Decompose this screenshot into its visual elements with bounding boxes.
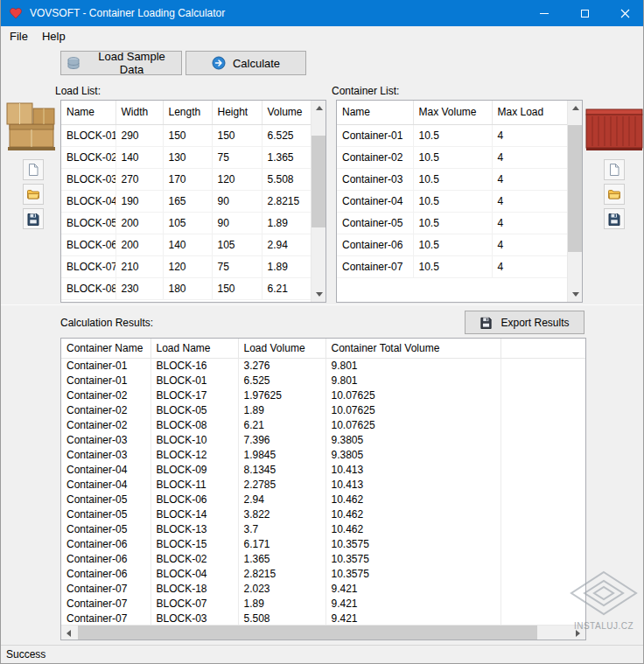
table-row[interactable]: Container-07BLOCK-071.899.421 <box>61 596 585 611</box>
table-row[interactable]: Container-01BLOCK-163.2769.801 <box>61 358 585 373</box>
load-open-button[interactable] <box>23 184 44 205</box>
menu-help[interactable]: Help <box>35 27 73 45</box>
table-row[interactable]: Container-05BLOCK-133.710.462 <box>61 521 585 536</box>
cell: 3.276 <box>238 358 326 373</box>
column-header[interactable]: Name <box>61 101 116 124</box>
cell: Container-02 <box>337 146 413 168</box>
arrow-right-circle-icon <box>212 56 226 70</box>
table-row[interactable]: BLOCK-04190165902.8215 <box>61 190 311 212</box>
table-row[interactable]: Container-0310.54 <box>337 168 567 190</box>
cell: 2.2785 <box>238 477 326 492</box>
calculate-label: Calculate <box>233 57 280 70</box>
cell: BLOCK-08 <box>61 277 116 299</box>
column-header[interactable]: Max Volume <box>413 101 492 124</box>
cell <box>500 373 585 388</box>
column-header[interactable]: Load Name <box>150 339 238 358</box>
column-header[interactable]: Container Name <box>61 339 150 358</box>
scroll-up-arrow[interactable] <box>312 101 326 115</box>
table-row[interactable]: Container-05BLOCK-062.9410.462 <box>61 492 585 507</box>
cell: 10.3575 <box>326 536 500 551</box>
column-header[interactable]: Container Total Volume <box>326 339 500 358</box>
scroll-up-arrow[interactable] <box>568 101 583 115</box>
load-save-button[interactable] <box>23 208 44 229</box>
table-row[interactable]: Container-0110.54 <box>337 124 567 146</box>
cell: BLOCK-07 <box>150 596 238 611</box>
table-row[interactable]: Container-07BLOCK-182.0239.421 <box>61 581 585 596</box>
maximize-button[interactable] <box>564 0 605 26</box>
table-row[interactable]: BLOCK-07210120751.89 <box>61 255 311 277</box>
minimize-button[interactable] <box>524 0 564 26</box>
results-horizontal-scrollbar[interactable] <box>61 625 585 640</box>
table-row[interactable]: Container-06BLOCK-042.821510.3575 <box>61 566 585 581</box>
cell: 9.421 <box>326 581 500 596</box>
table-row[interactable]: Container-0710.54 <box>337 255 567 277</box>
table-row[interactable]: Container-07BLOCK-035.5089.421 <box>61 611 585 626</box>
cell: 1.89 <box>262 255 311 277</box>
cell: 1.365 <box>262 146 311 168</box>
menu-file[interactable]: File <box>3 27 35 45</box>
table-row[interactable]: Container-05BLOCK-143.82210.462 <box>61 507 585 521</box>
cell: 105 <box>212 234 262 255</box>
column-header[interactable]: Name <box>337 101 413 124</box>
scroll-right-arrow[interactable] <box>570 626 585 640</box>
column-header[interactable]: Width <box>116 101 163 124</box>
close-button[interactable] <box>605 0 644 26</box>
table-row[interactable]: Container-0510.54 <box>337 212 567 234</box>
table-row[interactable]: Container-03BLOCK-121.98459.3805 <box>61 447 585 462</box>
table-row[interactable]: Container-0210.54 <box>337 146 567 168</box>
table-row[interactable]: Container-02BLOCK-051.8910.07625 <box>61 402 585 417</box>
header-row: NameWidthLengthHeightVolume <box>61 101 311 124</box>
load-sample-data-button[interactable]: Load Sample Data <box>60 51 182 75</box>
open-folder-icon <box>607 187 621 201</box>
cell: 230 <box>116 277 163 299</box>
table-row[interactable]: Container-06BLOCK-021.36510.3575 <box>61 551 585 566</box>
container-new-button[interactable] <box>604 159 625 180</box>
table-row[interactable]: Container-02BLOCK-086.2110.07625 <box>61 417 585 432</box>
column-header[interactable]: Volume <box>262 101 311 124</box>
cell: 2.023 <box>238 581 326 596</box>
cell: Container-01 <box>61 373 150 388</box>
table-row[interactable]: Container-02BLOCK-171.9762510.07625 <box>61 388 585 402</box>
column-header[interactable]: Height <box>212 101 262 124</box>
load-new-button[interactable] <box>23 159 44 180</box>
cell: 4 <box>492 146 567 168</box>
cell: BLOCK-06 <box>150 492 238 507</box>
scrollbar-thumb[interactable] <box>78 626 537 640</box>
cell: Container-05 <box>337 212 413 234</box>
scrollbar-thumb[interactable] <box>312 136 326 227</box>
column-header[interactable]: Length <box>163 101 212 124</box>
table-row[interactable]: BLOCK-082301801506.21 <box>61 277 311 299</box>
scrollbar-thumb[interactable] <box>568 125 583 252</box>
cell: 10.3575 <box>326 566 500 581</box>
table-row[interactable]: BLOCK-062001401052.94 <box>61 234 311 255</box>
table-row[interactable]: Container-0610.54 <box>337 234 567 255</box>
table-row[interactable]: Container-04BLOCK-112.278510.413 <box>61 477 585 492</box>
cell: 10.5 <box>413 234 492 255</box>
export-results-button[interactable]: Export Results <box>465 311 584 334</box>
scroll-down-arrow[interactable] <box>568 287 583 302</box>
table-row[interactable]: BLOCK-02140130751.365 <box>61 146 311 168</box>
column-header[interactable]: Load Volume <box>238 339 326 358</box>
container-save-button[interactable] <box>604 208 625 229</box>
app-logo-icon <box>9 6 23 20</box>
container-list-scrollbar[interactable] <box>567 101 582 302</box>
column-header[interactable] <box>500 339 585 358</box>
calculate-button[interactable]: Calculate <box>186 51 306 75</box>
cell: 170 <box>163 168 212 190</box>
container-open-button[interactable] <box>604 184 625 205</box>
cell: Container-06 <box>61 551 150 566</box>
table-row[interactable]: Container-0410.54 <box>337 190 567 212</box>
table-row[interactable]: Container-06BLOCK-156.17110.3575 <box>61 536 585 551</box>
floppy-disk-icon <box>480 316 494 330</box>
table-row[interactable]: BLOCK-05200105901.89 <box>61 212 311 234</box>
scroll-down-arrow[interactable] <box>312 287 326 302</box>
column-header[interactable]: Max Load <box>492 101 567 124</box>
load-list-scrollbar[interactable] <box>311 101 326 302</box>
table-row[interactable]: BLOCK-012901501506.525 <box>61 124 311 146</box>
table-row[interactable]: BLOCK-032701701205.508 <box>61 168 311 190</box>
scroll-left-arrow[interactable] <box>61 626 76 640</box>
table-row[interactable]: Container-03BLOCK-107.3969.3805 <box>61 432 585 447</box>
table-row[interactable]: Container-04BLOCK-098.134510.413 <box>61 462 585 477</box>
close-icon <box>620 9 630 18</box>
table-row[interactable]: Container-01BLOCK-016.5259.801 <box>61 373 585 388</box>
